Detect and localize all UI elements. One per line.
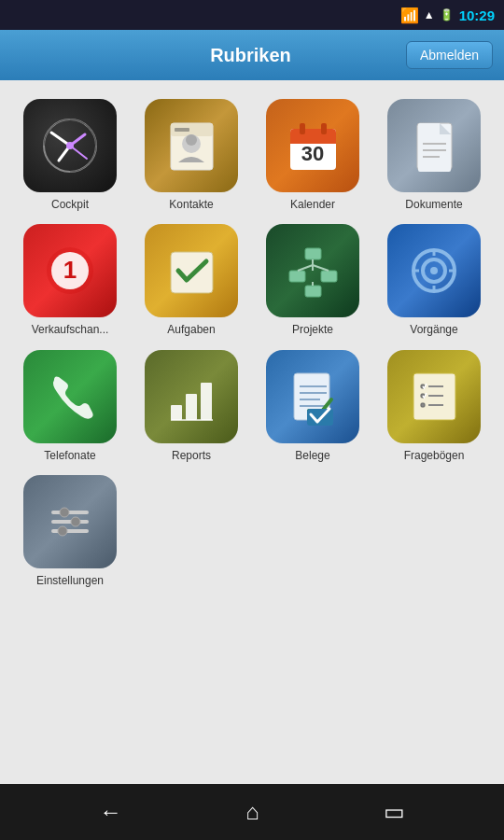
app-item-frageboegen[interactable]: Fragebögen [378,350,490,462]
svg-text:1: 1 [63,256,76,284]
svg-rect-21 [305,248,321,259]
battery-icon: 🔋 [440,8,454,21]
svg-rect-24 [305,286,321,297]
signal-icon: ▲ [424,8,435,21]
vorgaenge-label: Vorgänge [410,323,457,336]
app-item-telefonate[interactable]: Telefonate [14,350,126,462]
belege-label: Belege [295,449,329,462]
kalender-icon: 30 [266,99,359,192]
page-title: Rubriken [95,45,406,66]
app-item-cockpit[interactable]: Cockpit [14,99,126,211]
verkaufschan-label: Verkaufschan... [32,323,109,336]
status-icons: 📶 ▲ 🔋 [400,7,454,24]
frageboegen-icon [387,350,481,443]
main-content: Cockpit Kontakte 30 Kalender Dokumente 1… [0,80,504,784]
app-item-aufgaben[interactable]: Aufgaben [135,224,247,336]
einstellungen-icon [23,475,117,568]
back-button[interactable]: ← [80,791,140,833]
clock: 10:29 [459,7,495,23]
svg-rect-6 [175,128,189,132]
svg-point-56 [60,508,69,517]
app-item-projekte[interactable]: Projekte [257,224,369,336]
recent-button[interactable]: ▭ [365,791,424,833]
svg-line-27 [313,265,329,271]
app-item-kontakte[interactable]: Kontakte [135,99,247,211]
svg-rect-11 [300,123,305,134]
svg-rect-37 [186,394,197,420]
svg-rect-51 [421,403,425,407]
wifi-icon: 📶 [400,7,419,24]
kontakte-icon [145,99,238,192]
svg-rect-23 [321,271,337,282]
telefonate-label: Telefonate [44,449,95,462]
home-button[interactable]: ⌂ [227,791,278,833]
cockpit-icon [23,99,117,192]
svg-rect-22 [289,271,305,282]
frageboegen-label: Fragebögen [404,449,465,462]
belege-icon [266,350,359,443]
app-item-vorgaenge[interactable]: Vorgänge [378,224,490,336]
svg-rect-38 [201,383,212,420]
svg-point-5 [186,134,197,146]
svg-rect-12 [321,123,327,134]
svg-point-1 [66,142,74,149]
verkaufschan-icon: 1 [23,224,117,317]
svg-line-26 [298,265,313,271]
app-item-dokumente[interactable]: Dokumente [378,99,490,211]
nav-bar: ← ⌂ ▭ [0,784,504,840]
projekte-icon [266,224,359,317]
aufgaben-label: Aufgaben [167,323,215,336]
aufgaben-icon [145,224,238,317]
svg-rect-36 [171,405,182,420]
svg-text:30: 30 [301,142,323,165]
app-item-reports[interactable]: Reports [135,350,247,462]
kontakte-label: Kontakte [169,198,213,211]
svg-point-57 [71,517,80,526]
app-item-verkaufschan[interactable]: 1 Verkaufschan... [14,224,126,336]
app-item-belege[interactable]: Belege [257,350,369,462]
cockpit-label: Cockpit [51,198,89,211]
kalender-label: Kalender [290,198,335,211]
status-bar: 📶 ▲ 🔋 10:29 [0,0,504,30]
svg-point-31 [430,267,438,274]
vorgaenge-icon [387,224,481,317]
reports-icon [145,350,238,443]
telefonate-icon [23,350,117,443]
app-item-kalender[interactable]: 30 Kalender [257,99,369,211]
einstellungen-label: Einstellungen [36,574,104,587]
app-item-einstellungen[interactable]: Einstellungen [14,475,126,587]
header: Rubriken Abmelden [0,30,504,80]
svg-point-58 [58,526,67,536]
logout-button[interactable]: Abmelden [406,41,493,69]
dokumente-icon [387,99,481,192]
reports-label: Reports [172,449,211,462]
dokumente-label: Dokumente [405,198,462,211]
app-grid: Cockpit Kontakte 30 Kalender Dokumente 1… [14,99,490,588]
projekte-label: Projekte [292,323,333,336]
